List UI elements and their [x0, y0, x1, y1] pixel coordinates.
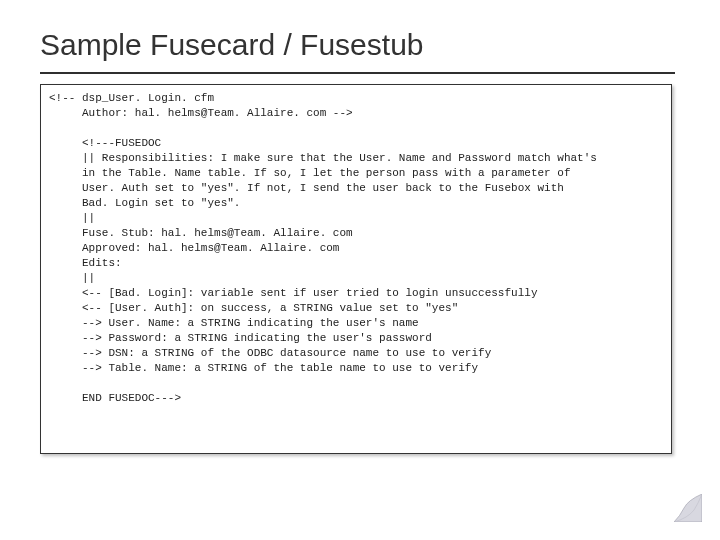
page-title: Sample Fusecard / Fusestub — [40, 28, 424, 62]
title-underline — [40, 72, 675, 74]
slide: Sample Fusecard / Fusestub <!-- dsp_User… — [0, 0, 720, 540]
code-box: <!-- dsp_User. Login. cfm Author: hal. h… — [40, 84, 672, 454]
page-curl-icon — [674, 494, 702, 522]
code-block: <!-- dsp_User. Login. cfm Author: hal. h… — [49, 91, 663, 406]
